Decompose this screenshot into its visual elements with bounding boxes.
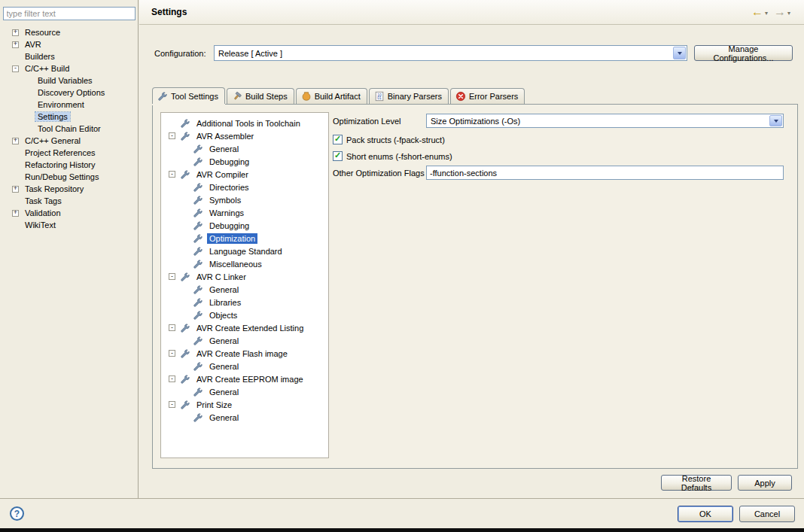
tool-tree-item-avr-compiler[interactable]: AVR Compiler xyxy=(161,168,328,181)
tool-settings-page: Additional Tools in Toolchain AVR Assemb… xyxy=(152,104,798,469)
tool-tree-item-avr-c-linker[interactable]: AVR C Linker xyxy=(161,270,328,283)
tool-icon xyxy=(193,144,203,154)
expander-icon[interactable] xyxy=(12,210,19,217)
sidebar-item-cpp-general[interactable]: C/C++ General xyxy=(0,135,138,147)
sidebar-item-environment[interactable]: Environment xyxy=(0,99,138,111)
expander-icon[interactable] xyxy=(169,273,175,280)
tool-icon xyxy=(193,336,203,346)
page-header: Settings ← ▾ → ▾ xyxy=(139,0,804,25)
expander-icon[interactable] xyxy=(169,324,175,331)
tool-tree-item-listing-general[interactable]: General xyxy=(161,334,328,347)
tool-tree-item-flash-general[interactable]: General xyxy=(161,360,328,372)
tool-tree-item-objects[interactable]: Objects xyxy=(161,309,328,321)
tool-tree-item-avr-assembler[interactable]: AVR Assembler xyxy=(161,129,328,142)
tab-tool-settings[interactable]: Tool Settings xyxy=(152,87,225,104)
page-buttons: Restore Defaults Apply xyxy=(152,475,792,491)
expander-icon[interactable] xyxy=(12,41,19,48)
preferences-tree: Resource AVR Builders C/C++ Build Build … xyxy=(0,26,138,231)
expander-icon[interactable] xyxy=(12,65,19,72)
optimization-level-label: Optimization Level xyxy=(333,117,426,126)
help-icon[interactable]: ? xyxy=(10,506,24,521)
tool-icon xyxy=(180,272,190,282)
pack-structs-checkbox[interactable] xyxy=(333,135,343,144)
filter-input[interactable] xyxy=(3,7,136,20)
back-dropdown-icon[interactable]: ▾ xyxy=(765,10,768,17)
artifact-icon xyxy=(301,91,312,102)
sidebar-item-builders[interactable]: Builders xyxy=(0,50,138,62)
tool-tree-item-linker-general[interactable]: General xyxy=(161,283,328,296)
short-enums-checkbox[interactable] xyxy=(333,151,343,161)
restore-defaults-button[interactable]: Restore Defaults xyxy=(661,475,732,491)
back-arrow-icon[interactable]: ← xyxy=(751,6,763,18)
tool-icon xyxy=(180,118,190,129)
sidebar-item-tool-chain-editor[interactable]: Tool Chain Editor xyxy=(0,123,138,135)
tool-tree-item-optimization[interactable]: Optimization xyxy=(161,232,328,245)
sidebar-item-project-references[interactable]: Project References xyxy=(0,147,138,159)
sidebar-item-task-repository[interactable]: Task Repository xyxy=(0,183,138,195)
short-enums-row: Short enums (-fshort-enums) xyxy=(333,149,784,163)
sidebar-item-settings[interactable]: Settings xyxy=(0,111,138,123)
expander-icon[interactable] xyxy=(12,186,19,193)
tool-icon xyxy=(180,348,190,359)
tool-tree-item-debugging[interactable]: Debugging xyxy=(161,155,328,168)
sidebar-item-avr[interactable]: AVR xyxy=(0,38,138,50)
sidebar-item-validation[interactable]: Validation xyxy=(0,207,138,219)
other-flags-row: Other Optimization Flags xyxy=(333,166,784,180)
tool-tree-item-eeprom-general[interactable]: General xyxy=(161,385,328,398)
configuration-select[interactable]: Release [ Active ] xyxy=(214,45,687,61)
chevron-down-icon[interactable] xyxy=(769,115,782,126)
tool-icon xyxy=(180,400,190,410)
tool-icon xyxy=(193,182,203,193)
cancel-button[interactable]: Cancel xyxy=(739,506,795,522)
tool-tree-item-eeprom-image[interactable]: AVR Create EEPROM image xyxy=(161,372,328,385)
preferences-sidebar: Resource AVR Builders C/C++ Build Build … xyxy=(0,0,139,498)
optimization-level-select[interactable]: Size Optimizations (-Os) xyxy=(426,114,784,128)
expander-icon[interactable] xyxy=(169,350,175,357)
expander-icon[interactable] xyxy=(12,138,19,144)
tool-tree-item-additional-tools[interactable]: Additional Tools in Toolchain xyxy=(161,117,328,129)
tool-tree-item-flash-image[interactable]: AVR Create Flash image xyxy=(161,347,328,360)
other-flags-label: Other Optimization Flags xyxy=(333,169,426,178)
forward-arrow-icon[interactable]: → xyxy=(774,6,786,18)
expander-icon[interactable] xyxy=(169,401,175,408)
apply-button[interactable]: Apply xyxy=(738,475,792,491)
tool-icon xyxy=(193,246,203,257)
tool-tree-item-language-standard[interactable]: Language Standard xyxy=(161,245,328,257)
tool-tree-item-warnings[interactable]: Warnings xyxy=(161,206,328,219)
tool-icon xyxy=(193,157,203,167)
tab-build-steps[interactable]: Build Steps xyxy=(227,88,294,104)
tab-error-parsers[interactable]: Error Parsers xyxy=(450,88,525,104)
tool-tree-item-libraries[interactable]: Libraries xyxy=(161,296,328,309)
expander-icon[interactable] xyxy=(169,171,175,178)
chevron-down-icon[interactable] xyxy=(673,47,686,59)
manage-configurations-button[interactable]: Manage Configurations... xyxy=(694,45,793,61)
sidebar-item-run-debug-settings[interactable]: Run/Debug Settings xyxy=(0,171,138,183)
tool-tree-item-miscellaneous[interactable]: Miscellaneous xyxy=(161,257,328,270)
tool-icon xyxy=(180,323,190,333)
history-nav: ← ▾ → ▾ xyxy=(751,6,796,18)
expander-icon[interactable] xyxy=(169,132,175,139)
sidebar-item-discovery-options[interactable]: Discovery Options xyxy=(0,87,138,99)
tool-tree-item-debugging-compiler[interactable]: Debugging xyxy=(161,219,328,232)
tool-icon xyxy=(193,208,203,218)
expander-icon[interactable] xyxy=(169,375,175,382)
sidebar-item-refactoring-history[interactable]: Refactoring History xyxy=(0,159,138,171)
tab-binary-parsers[interactable]: Binary Parsers xyxy=(369,88,449,104)
tool-tree-item-extended-listing[interactable]: AVR Create Extended Listing xyxy=(161,321,328,334)
expander-icon[interactable] xyxy=(12,29,19,36)
sidebar-item-build-variables[interactable]: Build Variables xyxy=(0,74,138,87)
sidebar-item-wikitext[interactable]: WikiText xyxy=(0,219,138,231)
tab-build-artifact[interactable]: Build Artifact xyxy=(296,88,367,104)
sidebar-item-cpp-build[interactable]: C/C++ Build xyxy=(0,62,138,74)
ok-button[interactable]: OK xyxy=(678,506,733,522)
sidebar-item-task-tags[interactable]: Task Tags xyxy=(0,195,138,207)
tool-icon xyxy=(193,195,203,205)
other-flags-input[interactable] xyxy=(426,166,784,180)
tool-tree-item-print-size-general[interactable]: General xyxy=(161,411,328,424)
forward-dropdown-icon[interactable]: ▾ xyxy=(787,10,790,17)
tool-tree-item-directories[interactable]: Directories xyxy=(161,181,328,193)
tool-tree-item-symbols[interactable]: Symbols xyxy=(161,193,328,206)
tool-tree-item-general[interactable]: General xyxy=(161,142,328,155)
tool-tree-item-print-size[interactable]: Print Size xyxy=(161,398,328,411)
sidebar-item-resource[interactable]: Resource xyxy=(0,26,138,38)
